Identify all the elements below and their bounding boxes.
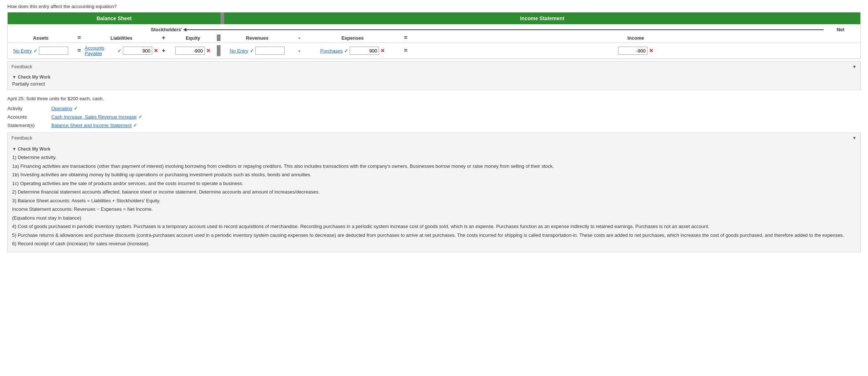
- accounts-label: Accounts: [7, 114, 51, 120]
- net-income-x[interactable]: ✕: [649, 48, 653, 54]
- liabilities-x[interactable]: ✕: [154, 48, 158, 54]
- revenues-input[interactable]: [255, 47, 285, 55]
- feedback-dropdown-icon-2[interactable]: ▼: [852, 135, 857, 141]
- expenses-entry-link[interactable]: Purchases: [320, 48, 343, 54]
- accounts-value[interactable]: Cash Increase, Sales Revenue Increase: [51, 114, 137, 120]
- revenues-entry-link[interactable]: No Entry: [230, 48, 248, 54]
- feedback-header-2[interactable]: Feedback ▼: [8, 133, 860, 143]
- feedback-label-1: Feedback: [11, 64, 32, 69]
- feedback-item: 1a) Financing activities are transaction…: [12, 163, 856, 170]
- feedback-item: 2) Determine financial statement account…: [12, 188, 856, 196]
- feedback-item: 3) Balance Sheet accounts: Assets = Liab…: [12, 197, 856, 205]
- eq1-value: =: [74, 47, 85, 54]
- feedback-section-2: Feedback ▼ Check My Work 1) Determine ac…: [7, 133, 861, 252]
- net-income-top: Net: [824, 27, 860, 32]
- accounts-check: ✓: [138, 114, 142, 120]
- assets-entry-link[interactable]: No Entry: [13, 48, 32, 54]
- accounts-row: Accounts Cash Increase, Sales Revenue In…: [7, 114, 861, 120]
- statements-value[interactable]: Balance Sheet and Income Statement: [51, 123, 132, 128]
- feedback-label-2: Feedback: [11, 135, 32, 141]
- expenses-x[interactable]: ✕: [380, 48, 385, 54]
- feedback-item: (Equations must stay in balance): [12, 214, 856, 222]
- minus-sign: -: [294, 35, 305, 41]
- feedback-section-1: Feedback ▼ Check My Work Partially corre…: [7, 61, 861, 90]
- feedback-item: 1) Determine activity.: [12, 154, 856, 161]
- net-income-cell: ✕: [411, 47, 860, 55]
- partially-correct-1: Partially correct: [12, 81, 856, 87]
- feedback-item: 1b) Investing activities are obtaining m…: [12, 171, 856, 178]
- page-question: How does this entry affect the accountin…: [7, 4, 861, 9]
- revenues-cell: No Entry ✓: [220, 47, 294, 55]
- stockholders-label: Stockholders': [151, 27, 183, 32]
- plus-sign: +: [158, 35, 169, 41]
- net-income-label: Income: [411, 35, 860, 41]
- activity-value[interactable]: Operating: [51, 106, 72, 111]
- feedback-item: 4) Cost of goods purchased in periodic i…: [12, 223, 856, 230]
- equals-sign-2: =: [400, 35, 411, 41]
- expenses-input[interactable]: [350, 47, 379, 55]
- feedback-item: 5) Purchase returns & allowances and pur…: [12, 232, 856, 239]
- feedback-item: Income Statement accounts: Revenues − Ex…: [12, 206, 856, 213]
- equity-cell: ✕: [169, 47, 217, 55]
- equals-sign-1: =: [74, 35, 85, 41]
- feedback-item: 6) Record receipt of cash (increase) for…: [12, 240, 856, 247]
- assets-check: ✓: [33, 48, 37, 54]
- income-statement-header: Income Statement: [224, 12, 860, 24]
- minus-value: -: [294, 47, 305, 54]
- scenario-text: April 25: Sold three units for $200 each…: [7, 96, 861, 101]
- feedback-item: 1c) Operating activities are the sale of…: [12, 180, 856, 187]
- header-row: Balance Sheet Income Statement: [8, 12, 860, 24]
- assets-label: Assets: [8, 35, 74, 41]
- assets-cell: No Entry ✓: [8, 47, 74, 55]
- liabilities-entry-link[interactable]: Accounts Payable: [85, 45, 116, 56]
- fields-section: Activity Operating ✓ Accounts Cash Incre…: [7, 106, 861, 128]
- revenues-label: Revenues: [220, 35, 294, 41]
- liabilities-label: Liabilities: [85, 35, 158, 41]
- plus-value: +: [158, 47, 169, 54]
- feedback-dropdown-icon-1[interactable]: ▼: [852, 64, 857, 69]
- revenues-check: ✓: [250, 48, 254, 54]
- equity-label: Equity: [169, 35, 217, 41]
- statements-label: Statement(s): [7, 123, 51, 128]
- activity-check: ✓: [74, 106, 78, 111]
- liabilities-cell: Accounts Payable ✓ ✕: [85, 45, 158, 56]
- assets-input[interactable]: [39, 47, 68, 55]
- expenses-cell: Purchases ✓ ✕: [305, 47, 400, 55]
- equity-x[interactable]: ✕: [206, 48, 211, 54]
- accounting-table: Balance Sheet Income Statement Stockhold…: [7, 12, 861, 59]
- expenses-label: Expenses: [305, 35, 400, 41]
- expenses-check: ✓: [344, 48, 348, 54]
- eq2-value: =: [400, 47, 411, 54]
- liabilities-input[interactable]: [123, 47, 152, 55]
- statements-check: ✓: [133, 123, 137, 128]
- liabilities-check: ✓: [117, 48, 121, 54]
- equity-input[interactable]: [175, 47, 205, 55]
- feedback-header-1[interactable]: Feedback ▼: [8, 62, 860, 72]
- feedback-body-1: Check My Work Partially correct: [8, 72, 860, 90]
- check-my-work-2[interactable]: Check My Work: [12, 146, 856, 152]
- net-income-input[interactable]: [618, 47, 648, 55]
- statements-row: Statement(s) Balance Sheet and Income St…: [7, 123, 861, 128]
- check-my-work-1[interactable]: Check My Work: [12, 75, 856, 80]
- balance-sheet-header: Balance Sheet: [8, 12, 220, 24]
- activity-label: Activity: [7, 106, 51, 111]
- feedback-items: 1) Determine activity.1a) Financing acti…: [12, 154, 856, 247]
- activity-row: Activity Operating ✓: [7, 106, 861, 111]
- feedback-body-2: Check My Work 1) Determine activity.1a) …: [8, 143, 860, 252]
